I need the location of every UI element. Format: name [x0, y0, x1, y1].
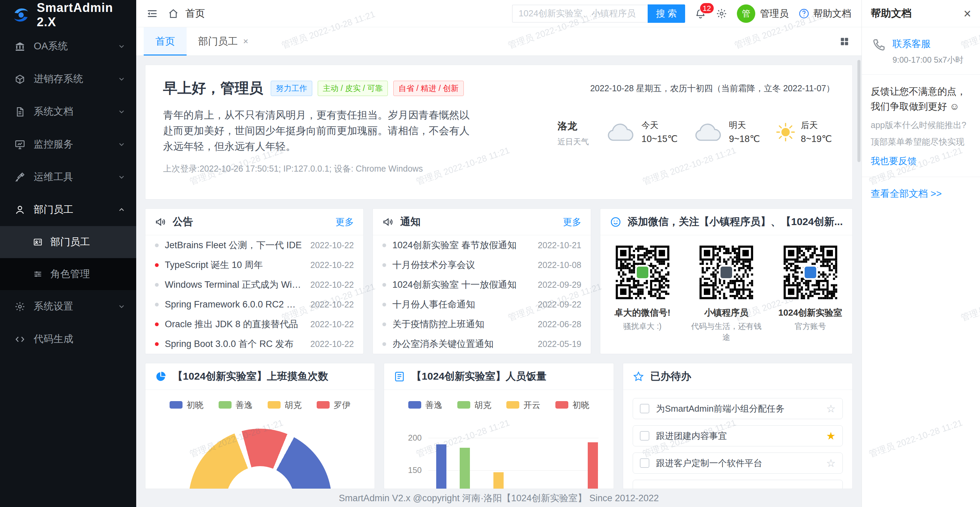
footer: SmartAdmin V2.x @copyright 河南·洛阳【1024创新实…: [136, 489, 862, 507]
notice-more-link[interactable]: 更多: [563, 216, 581, 228]
sidebar-menu: OA系统进销存系统系统文档监控服务运维工具部门员工部门员工角色管理系统设置代码生…: [0, 30, 136, 356]
legend-item[interactable]: 善逸: [219, 399, 253, 411]
forecast-temp: 8~19℃: [801, 134, 832, 145]
list-item[interactable]: 办公室消杀关键位置通知2022-05-19: [373, 334, 591, 354]
help-doc-button[interactable]: 帮助文档: [798, 7, 851, 20]
legend-label: 善逸: [235, 399, 253, 411]
item-title: JetBrains Fleet 公测，下一代 IDE: [165, 239, 304, 251]
list-item[interactable]: Oracle 推出 JDK 8 的直接替代品2022-10-22: [145, 314, 363, 334]
list-item[interactable]: Spring Framework 6.0.0 RC2 发布2022-10-22: [145, 294, 363, 314]
top-header: 首页 搜 索 12 管 管理员 帮助文档: [136, 0, 862, 27]
todo-checkbox[interactable]: [640, 458, 649, 468]
greeting: 早上好，管理员: [163, 79, 263, 98]
todo-checkbox[interactable]: [640, 431, 649, 440]
list-item[interactable]: 1024创新实验室 春节放假通知2022-10-21: [373, 235, 591, 255]
sidebar-item-6[interactable]: 系统设置: [0, 290, 136, 323]
breadcrumb[interactable]: 首页: [185, 7, 205, 21]
legend-item[interactable]: 初晓: [555, 399, 589, 411]
star-outline-icon[interactable]: ☆: [826, 457, 835, 470]
notification-bell[interactable]: 12: [695, 8, 706, 19]
todo-checkbox[interactable]: [640, 404, 649, 413]
item-date: 2022-10-22: [310, 300, 354, 310]
legend-item[interactable]: 开云: [506, 399, 540, 411]
contact-service-link[interactable]: 联系客服: [892, 37, 963, 50]
scrollbar-thumb[interactable]: [858, 60, 861, 162]
close-icon[interactable]: ×: [964, 7, 971, 20]
legend-label: 罗伊: [334, 399, 351, 411]
list-item[interactable]: 1024创新实验室 十一放假通知2022-09-29: [373, 275, 591, 294]
home-icon[interactable]: [167, 8, 179, 19]
sidebar-item-1[interactable]: 进销存系统: [0, 63, 136, 95]
menu-collapse-icon[interactable]: [146, 8, 158, 19]
announcement-list: JetBrains Fleet 公测，下一代 IDE2022-10-22Type…: [145, 235, 363, 354]
legend-item[interactable]: 罗伊: [317, 399, 351, 411]
dept-badge-icon: [33, 237, 43, 247]
sidebar-item-5[interactable]: 部门员工: [0, 193, 136, 226]
gear-icon[interactable]: [716, 8, 727, 19]
qr-desc: 官方账号: [774, 321, 847, 332]
list-item[interactable]: 关于疫情防控上班通知2022-06-28: [373, 314, 591, 334]
legend-item[interactable]: 初晓: [170, 399, 204, 411]
legend-swatch: [317, 401, 329, 408]
legend-label: 开云: [523, 399, 540, 411]
avatar: 管: [737, 5, 755, 23]
item-title: 办公室消杀关键位置通知: [392, 338, 531, 350]
list-item[interactable]: Spring Boot 3.0.0 首个 RC 发布2022-10-22: [145, 334, 363, 354]
sidebar-subitem-5-1[interactable]: 角色管理: [0, 258, 136, 290]
bar-胡克: [460, 448, 470, 489]
list-item[interactable]: 十月份人事任命通知2022-09-22: [373, 294, 591, 314]
user-menu[interactable]: 管 管理员: [737, 5, 789, 23]
star-outline-icon[interactable]: ☆: [826, 402, 835, 415]
item-title: 1024创新实验室 十一放假通知: [392, 278, 531, 291]
announcement-card: 公告 更多 JetBrains Fleet 公测，下一代 IDE2022-10-…: [145, 208, 364, 354]
legend-label: 善逸: [425, 399, 442, 411]
legend-item[interactable]: 善逸: [408, 399, 442, 411]
weather-location: 洛龙: [557, 119, 589, 133]
all-docs-link[interactable]: 查看全部文档 >>: [862, 177, 980, 210]
axis-tick-label: 200: [394, 433, 422, 443]
bar-chart-card: 【1024创新实验室】人员饭量 善逸胡克开云初晓 200150: [384, 363, 614, 489]
employee-icon: [14, 204, 25, 216]
sidebar-item-0[interactable]: OA系统: [0, 30, 136, 63]
search-input[interactable]: [512, 5, 648, 22]
layout-grid-icon[interactable]: [839, 36, 850, 47]
search-button[interactable]: 搜 索: [648, 5, 685, 23]
sidebar-item-3[interactable]: 监控服务: [0, 128, 136, 161]
list-item[interactable]: TypeScript 诞生 10 周年2022-10-22: [145, 255, 363, 275]
greeting-tags: 努力工作主动 / 皮实 / 可靠自省 / 精进 / 创新: [271, 81, 464, 96]
tab-0[interactable]: 首页: [144, 27, 186, 56]
bar-善逸: [436, 444, 446, 489]
app-logo-icon: [11, 5, 31, 24]
qr-center-logo: [637, 267, 648, 278]
item-date: 2022-10-22: [310, 240, 354, 250]
bar-初晓: [588, 442, 598, 489]
motto-text: 青年的肩上，从不只有清风明月，更有责任担当。岁月因青春慨然以赴而更加美好，世间因…: [163, 107, 469, 154]
tab-close-icon[interactable]: ×: [243, 36, 248, 47]
todo-item[interactable]: 跟进团建内容事宜★: [633, 425, 843, 447]
list-item[interactable]: 十月份技术分享会议2022-10-08: [373, 255, 591, 275]
sidebar-item-2[interactable]: 系统文档: [0, 95, 136, 128]
bar-plot: 200150: [394, 417, 603, 489]
todo-item-partial: [633, 480, 843, 489]
legend-swatch: [555, 401, 568, 408]
sidebar-item-4[interactable]: 运维工具: [0, 161, 136, 193]
sidebar-subitem-5-0[interactable]: 部门员工: [0, 226, 136, 258]
list-item[interactable]: JetBrains Fleet 公测，下一代 IDE2022-10-22: [145, 235, 363, 255]
date-line: 2022-10-28 星期五，农历十初四（当前霜降，立冬 2022-11-07）: [590, 83, 835, 94]
list-item[interactable]: Windows Terminal 正式成为 Win...2022-10-22: [145, 275, 363, 294]
todo-card: 已办待办 为SmartAdmin前端小组分配任务☆跟进团建内容事宜★跟进客户定制…: [623, 363, 853, 489]
legend-swatch: [219, 401, 232, 408]
app-logo[interactable]: SmartAdmin 2.X: [0, 0, 136, 30]
legend-item[interactable]: 胡克: [268, 399, 302, 411]
legend-item[interactable]: 胡克: [457, 399, 492, 411]
todo-item[interactable]: 跟进客户定制一个软件平台☆: [633, 453, 843, 474]
todo-item[interactable]: 为SmartAdmin前端小组分配任务☆: [633, 398, 843, 419]
sidebar-item-7[interactable]: 代码生成: [0, 323, 136, 356]
announcement-more-link[interactable]: 更多: [336, 216, 354, 228]
tab-1[interactable]: 部门员工×: [186, 27, 260, 56]
forecast-item: 今天10~15℃: [606, 119, 678, 145]
star-filled-icon[interactable]: ★: [826, 430, 835, 442]
feedback-item: app版本什么时候能推出?: [871, 119, 971, 131]
feedback-link[interactable]: 我也要反馈: [871, 155, 917, 167]
weather-location-sub: 近日天气: [557, 137, 589, 147]
